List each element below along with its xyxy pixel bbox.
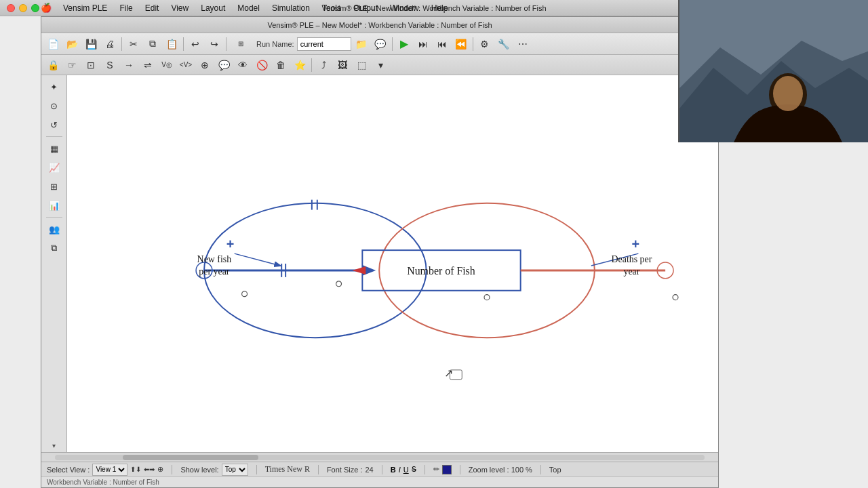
people-button[interactable]: 👥 [45,220,64,238]
delete-button[interactable]: 🗑 [272,57,290,73]
shadow-button[interactable]: ⊕ [196,57,214,73]
show-button[interactable]: 👁 [234,57,252,73]
color-swatch[interactable] [442,465,452,474]
svg-point-31 [773,76,803,111]
open-button[interactable]: 📂 [63,36,81,52]
favorite-button[interactable]: ⭐ [291,57,309,73]
svg-text:Deaths per: Deaths per [612,254,652,264]
run-folder-button[interactable]: 📁 [353,36,370,52]
rectangle-button[interactable]: ⊡ [82,57,100,73]
save-button[interactable]: 💾 [82,36,100,52]
box-variable-button[interactable]: <V> [177,57,195,73]
select-rect-button[interactable]: ⬚ [353,57,370,73]
more-button[interactable]: ⋯ [514,36,532,52]
menu-file[interactable]: File [114,3,138,14]
svg-marker-5 [352,266,366,274]
menu-view[interactable]: View [165,3,194,14]
view-nav[interactable]: ⬅➡ [144,466,155,473]
top-section: Top [549,466,561,474]
font-section: Times New R [265,464,310,474]
italic-button[interactable]: I [399,464,401,475]
close-button[interactable] [7,4,15,12]
underline-button[interactable]: U [403,464,409,475]
window-titlebar: Vensim® PLE – New Model* : Workbench Var… [41,17,718,33]
scrollbar-track [55,455,705,460]
flow-button[interactable]: S [101,57,119,73]
svg-text:per year: per year [199,266,229,277]
comment-tool-button[interactable]: 💬 [215,57,233,73]
show-level-select[interactable]: Top [222,464,248,476]
bar-chart-button[interactable]: 📊 [45,197,64,214]
infobar-text: Workbench Variable : Number of Fish [47,479,159,486]
menu-help[interactable]: Help [426,3,454,14]
arrow-button[interactable]: → [120,57,138,73]
variable-button[interactable]: V◎ [158,57,176,73]
more-tools-button[interactable]: ▾ [372,57,389,73]
status-sep6 [460,465,460,474]
tools-button[interactable]: 🔧 [495,36,513,52]
step-forward-button[interactable]: ⏭ [414,36,432,52]
svg-text:↗: ↗ [444,367,453,379]
back-button[interactable]: ↺ [45,116,64,134]
layers-button[interactable]: ⧉ [45,239,64,257]
graph-button[interactable]: 📈 [45,159,64,176]
sim-settings-button[interactable]: ⚙ [476,36,494,52]
status-sep4 [382,465,382,474]
run-name-input[interactable] [297,37,351,51]
show-level-section: Show level: Top [180,464,248,476]
paste-button[interactable]: 📋 [163,36,180,52]
top-label: Top [549,466,561,474]
menu-output[interactable]: Output [348,3,383,14]
new-file-button[interactable]: 📄 [44,36,62,52]
horizontal-scrollbar[interactable] [41,452,718,462]
causal-button[interactable]: ✦ [45,78,64,96]
color-picker-button[interactable]: ✏ [433,465,439,474]
double-arrow-button[interactable]: ⇌ [139,57,157,73]
export-button[interactable]: ⤴ [315,57,332,73]
rewind-button[interactable]: ⏪ [452,36,470,52]
equations-button[interactable]: ⊞ [229,36,252,52]
comment-button[interactable]: 💬 [372,36,389,52]
maximize-button[interactable] [31,4,39,12]
zoom-label: Zoom level : 100 % [469,466,532,474]
undo-button[interactable]: ↩ [186,36,204,52]
format-section: B I U S̶ [391,464,416,475]
menu-vensim[interactable]: Vensim PLE [58,3,113,14]
hide-button[interactable]: 🚫 [253,57,271,73]
stock-flow-button[interactable]: ⊙ [45,97,64,115]
status-sep5 [425,465,425,474]
copy-button[interactable]: ⧉ [144,36,161,52]
menu-model[interactable]: Model [232,3,265,14]
panel-arrow-down[interactable]: ▾ [52,442,56,449]
status-bar: Select View : View 1 ⬆⬇ ⬅➡ ⊕ Show level:… [41,462,718,476]
minimize-button[interactable] [19,4,27,12]
view-select[interactable]: View 1 [92,464,127,476]
select-button[interactable]: ☞ [63,57,81,73]
grid-button[interactable]: ⊞ [45,178,64,195]
play-button[interactable]: ▶ [395,36,413,52]
sep1 [121,37,122,51]
cut-button[interactable]: ✂ [125,36,142,52]
menu-window[interactable]: Window [384,3,425,14]
webcam-scene [679,0,868,142]
side-sep2 [46,217,62,218]
step-back-button[interactable]: ⏮ [433,36,451,52]
menu-edit[interactable]: Edit [140,3,165,14]
svg-text:+: + [226,237,235,251]
image-button[interactable]: 🖼 [334,57,351,73]
print-button[interactable]: 🖨 [101,36,119,52]
run-name-section: Run Name: [256,37,351,51]
lock-button[interactable]: 🔒 [44,57,62,73]
redo-button[interactable]: ↪ [205,36,223,52]
menu-simulation[interactable]: Simulation [267,3,315,14]
bold-button[interactable]: B [391,464,396,475]
status-sep1 [172,465,172,474]
menu-layout[interactable]: Layout [195,3,231,14]
menu-tools[interactable]: Tools [317,3,347,14]
table-button[interactable]: ▦ [45,140,64,157]
view-plus[interactable]: ⊕ [157,465,163,474]
canvas-area[interactable]: Number of Fish + [67,75,718,452]
view-arrows[interactable]: ⬆⬇ [130,466,141,473]
strikethrough-button[interactable]: S̶ [412,464,416,475]
scrollbar-thumb[interactable] [123,455,258,460]
